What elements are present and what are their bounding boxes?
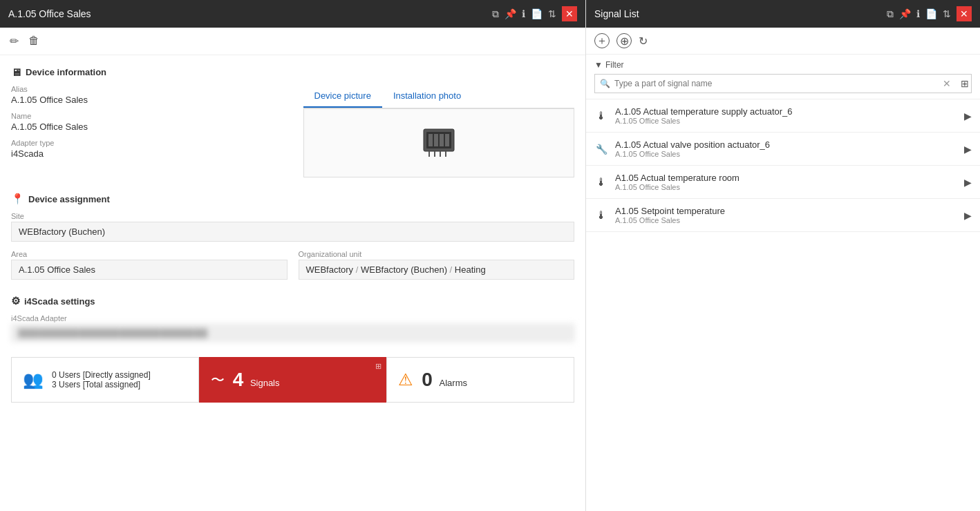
- alias-value: A.1.05 Office Sales: [11, 95, 283, 105]
- signals-card[interactable]: ⊞ 〜 4 Signals: [199, 357, 387, 403]
- device-assignment-title: 📍 Device assignment: [11, 193, 574, 205]
- pin-icon[interactable]: 📌: [505, 8, 516, 19]
- signal-info-1: A.1.05 Actual temperature supply actuato…: [615, 106, 957, 125]
- device-info-section: 🖥 Device information Alias A.1.05 Office…: [11, 66, 574, 177]
- users-icon: 👥: [23, 370, 44, 389]
- settings-gear-icon: ⚙: [11, 295, 20, 307]
- signal-name-4: A1.05 Setpoint temperature: [615, 206, 957, 216]
- filter-icon: ▼: [594, 60, 603, 70]
- users-card-text: 0 Users [Directly assigned] 3 Users [Tot…: [52, 370, 151, 389]
- right-export-icon[interactable]: 📄: [925, 8, 937, 19]
- edit-icon[interactable]: ✏: [10, 35, 19, 48]
- info-icon[interactable]: ℹ: [522, 8, 525, 19]
- svg-rect-5: [445, 134, 449, 146]
- org-unit-label: Organizational unit: [299, 250, 575, 258]
- site-value: WEBfactory (Buchen): [11, 222, 574, 242]
- name-value: A.1.05 Office Sales: [11, 122, 283, 132]
- search-icon: 🔍: [600, 79, 610, 88]
- signals-label: Signals: [250, 378, 280, 388]
- filter-section: ▼ Filter 🔍 ✕ ⊞: [586, 55, 980, 99]
- device-assignment-section: 📍 Device assignment Site WEBfactory (Buc…: [11, 193, 574, 280]
- signal-arrow-3[interactable]: ▶: [964, 177, 972, 188]
- area-value: A.1.05 Office Sales: [11, 260, 288, 280]
- tab-installation-photo[interactable]: Installation photo: [382, 85, 472, 108]
- assignment-two-col: Area A.1.05 Office Sales Organizational …: [11, 250, 574, 280]
- signal-name-3: A1.05 Actual temperature room: [615, 173, 957, 183]
- svg-rect-2: [428, 134, 433, 146]
- adapter-label: i4Scada Adapter: [11, 314, 574, 322]
- alarms-label: Alarms: [440, 378, 467, 388]
- valve-icon-2: 🔧: [594, 144, 608, 155]
- area-label: Area: [11, 250, 288, 258]
- right-panel-title: Signal List: [594, 8, 639, 19]
- i4scada-title: ⚙ i4Scada settings: [11, 295, 574, 307]
- add-circle-icon[interactable]: ＋: [594, 33, 610, 48]
- org-unit-value: WEBfactory / WEBfactory (Buchen) / Heati…: [299, 260, 575, 280]
- open-icon[interactable]: ⧉: [492, 8, 499, 20]
- signal-device-1: A.1.05 Office Sales: [615, 117, 957, 125]
- device-info-grid: Alias A.1.05 Office Sales Name A.1.05 Of…: [11, 85, 574, 177]
- device-info-left: Alias A.1.05 Office Sales Name A.1.05 Of…: [11, 85, 283, 177]
- search-input[interactable]: [594, 74, 972, 93]
- left-close-button[interactable]: ✕: [562, 6, 577, 21]
- alarms-card[interactable]: ⚠ 0 Alarms: [386, 357, 574, 403]
- refresh-icon[interactable]: ↻: [639, 35, 648, 48]
- device-info-title: 🖥 Device information: [11, 66, 574, 78]
- signal-info-3: A1.05 Actual temperature room A.1.05 Off…: [615, 173, 957, 191]
- signal-device-3: A.1.05 Office Sales: [615, 183, 957, 191]
- right-panel: Signal List ⧉ 📌 ℹ 📄 ⇅ ✕ ＋ ⊕ ↻ ▼ Filter 🔍…: [586, 0, 980, 511]
- right-settings-icon[interactable]: ⇅: [943, 8, 951, 19]
- users-card[interactable]: 👥 0 Users [Directly assigned] 3 Users [T…: [11, 357, 199, 403]
- right-panel-header: Signal List ⧉ 📌 ℹ 📄 ⇅ ✕: [586, 0, 980, 28]
- device-picture-box: [303, 108, 575, 177]
- right-pin-icon[interactable]: 📌: [899, 8, 911, 19]
- adapter-type-value: i4Scada: [11, 148, 283, 159]
- location-icon: 📍: [11, 193, 24, 205]
- alias-label: Alias: [11, 85, 283, 93]
- right-header-icons: ⧉ 📌 ℹ 📄 ⇅ ✕: [887, 6, 972, 21]
- signal-device-2: A.1.05 Office Sales: [615, 150, 957, 158]
- left-header-icons: ⧉ 📌 ℹ 📄 ⇅ ✕: [492, 6, 577, 21]
- right-toolbar: ＋ ⊕ ↻: [586, 28, 980, 55]
- adapter-type-label: Adapter type: [11, 139, 283, 147]
- signal-arrow-2[interactable]: ▶: [964, 144, 972, 155]
- device-icon: 🖥: [11, 66, 21, 78]
- right-close-button[interactable]: ✕: [957, 6, 972, 21]
- adapter-value: ████████████████████████████: [11, 324, 574, 342]
- thermometer-icon-3: 🌡: [594, 176, 608, 189]
- panel-content: 🖥 Device information Alias A.1.05 Office…: [0, 55, 585, 511]
- delete-icon[interactable]: 🗑: [28, 35, 39, 48]
- search-row: 🔍 ✕ ⊞: [594, 74, 972, 93]
- filter-label: ▼ Filter: [594, 60, 972, 70]
- signal-item[interactable]: 🔧 A.1.05 Actual valve position actuator_…: [586, 133, 980, 166]
- signal-info-4: A1.05 Setpoint temperature A.1.05 Office…: [615, 206, 957, 224]
- signal-name-1: A.1.05 Actual temperature supply actuato…: [615, 106, 957, 117]
- left-panel-title: A.1.05 Office Sales: [8, 8, 91, 19]
- thermometer-set-icon-4: 🌡: [594, 209, 608, 222]
- search-clear-icon[interactable]: ✕: [943, 78, 951, 89]
- add-icon[interactable]: ⊕: [616, 33, 632, 48]
- svg-rect-4: [440, 134, 444, 146]
- device-picture-svg: [418, 122, 460, 164]
- signal-info-2: A.1.05 Actual valve position actuator_6 …: [615, 139, 957, 158]
- search-filter-button[interactable]: ⊞: [961, 78, 969, 89]
- left-panel: A.1.05 Office Sales ⧉ 📌 ℹ 📄 ⇅ ✕ ✏ 🗑 🖥 De…: [0, 0, 586, 511]
- org-path-2: WEBfactory (Buchen): [361, 264, 447, 275]
- org-path-3: Heating: [455, 264, 486, 275]
- tab-device-picture[interactable]: Device picture: [303, 85, 382, 108]
- export-icon[interactable]: 📄: [531, 8, 543, 19]
- signal-list: 🌡 A.1.05 Actual temperature supply actua…: [586, 99, 980, 511]
- signal-item[interactable]: 🌡 A1.05 Setpoint temperature A.1.05 Offi…: [586, 199, 980, 232]
- svg-rect-3: [434, 134, 438, 146]
- alarms-icon: ⚠: [398, 370, 413, 389]
- thermometer-icon-1: 🌡: [594, 110, 608, 122]
- right-open-icon[interactable]: ⧉: [887, 8, 894, 20]
- signals-icon: 〜: [211, 371, 225, 389]
- signal-item[interactable]: 🌡 A.1.05 Actual temperature supply actua…: [586, 99, 980, 133]
- signal-arrow-4[interactable]: ▶: [964, 210, 972, 221]
- signal-item[interactable]: 🌡 A1.05 Actual temperature room A.1.05 O…: [586, 166, 980, 199]
- right-info-icon[interactable]: ℹ: [916, 8, 920, 19]
- settings-icon[interactable]: ⇅: [548, 8, 556, 19]
- signal-arrow-1[interactable]: ▶: [964, 110, 972, 122]
- device-info-right-col: Device picture Installation photo: [303, 85, 575, 177]
